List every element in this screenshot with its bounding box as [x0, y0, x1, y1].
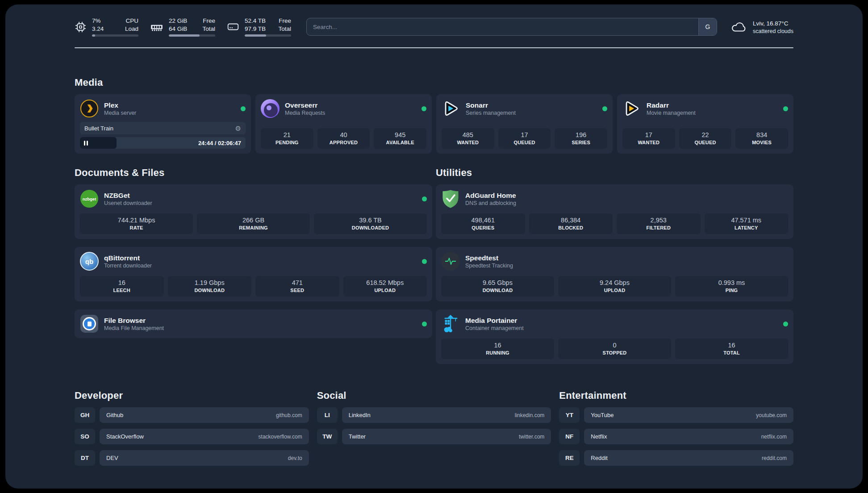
- app-card-speedtest: Speedtest Speedtest Tracking 9.65 GbpsDO…: [436, 247, 793, 301]
- qbittorrent-stats: 16LEECH 1.19 GbpsDOWNLOAD 471SEED 618.52…: [80, 276, 427, 297]
- stat-queued: 17QUEUED: [498, 128, 551, 149]
- app-description: Series management: [466, 110, 516, 116]
- section-social: Social LI LinkedInlinkedin.com TW Twitte…: [317, 390, 551, 450]
- pause-icon[interactable]: [84, 141, 88, 146]
- radarr-link[interactable]: Radarr Movie management: [622, 99, 788, 118]
- dashboard-page: 7%3.24 CPULoad 22 GiB64 GiB FreeTotal: [5, 4, 863, 489]
- disk-icon: [227, 21, 239, 33]
- stat-seed: 471SEED: [255, 276, 339, 297]
- plex-icon: [80, 100, 98, 117]
- app-description: Media File Management: [104, 325, 164, 331]
- app-description: Container management: [465, 325, 524, 331]
- stat-movies: 834MOVIES: [735, 128, 788, 149]
- bookmark-domain: netflix.com: [761, 434, 787, 440]
- stat-rate: 744.21 MbpsRATE: [80, 213, 193, 234]
- app-name: Plex: [104, 101, 136, 109]
- cpu-load-value: 3.24: [92, 25, 114, 33]
- bookmark-netflix[interactable]: NF Netflixnetflix.com: [559, 429, 793, 444]
- bookmark-domain: twitter.com: [519, 434, 544, 440]
- bookmark-domain: github.com: [276, 412, 302, 418]
- status-online-dot: [783, 322, 788, 326]
- bookmark-abbr: NF: [559, 429, 580, 444]
- nzbget-stats: 744.21 MbpsRATE 266 GBREMAINING 39.6 TBD…: [80, 213, 427, 234]
- header-divider: [75, 47, 793, 48]
- speedtest-icon: [441, 252, 460, 271]
- app-card-sonarr: Sonarr Series management 485WANTED 17QUE…: [436, 94, 613, 154]
- bookmark-github[interactable]: GH Githubgithub.com: [75, 407, 309, 423]
- stat-blocked: 86,384BLOCKED: [529, 213, 613, 234]
- now-playing-title: Bullet Train: [84, 125, 113, 132]
- nzbget-link[interactable]: nzbget NZBGet Usenet downloader: [80, 189, 427, 208]
- status-online-dot: [421, 106, 426, 111]
- section-utilities: Utilities AdGuard Home: [436, 167, 793, 364]
- free-label: Free: [198, 17, 215, 25]
- app-name: Media Portainer: [465, 317, 524, 325]
- qbittorrent-link[interactable]: qb qBittorrent Torrent downloader: [80, 252, 427, 271]
- app-name: Overseerr: [285, 101, 325, 109]
- adguard-link[interactable]: AdGuard Home DNS and adblocking: [441, 189, 788, 208]
- bookmark-domain: dev.to: [288, 455, 302, 461]
- app-description: Media Requests: [285, 110, 325, 116]
- overseerr-stats: 21PENDING 40APPROVED 945AVAILABLE: [261, 128, 426, 149]
- cloud-icon: [730, 20, 747, 33]
- section-media: Media Plex Media server Bullet Train ⚙: [75, 77, 793, 154]
- disk-progress-bar: [245, 34, 291, 37]
- qbittorrent-icon: qb: [80, 252, 99, 271]
- section-entertainment: Entertainment YT YouTubeyoutube.com NF N…: [559, 390, 793, 472]
- cpu-usage-value: 7%: [92, 17, 114, 25]
- status-online-dot: [783, 106, 788, 111]
- stat-wanted: 17WANTED: [622, 128, 675, 149]
- filebrowser-icon: [80, 315, 98, 333]
- section-developer: Developer GH Githubgithub.com SO StackOv…: [75, 390, 309, 472]
- bookmark-domain: youtube.com: [756, 412, 787, 418]
- disk-resource-widget: 52.4 TB97.9 TB FreeTotal: [227, 17, 291, 37]
- app-name: NZBGet: [104, 192, 152, 200]
- bookmark-name: Reddit: [591, 455, 608, 461]
- app-card-filebrowser: File Browser Media File Management: [75, 309, 432, 338]
- nzbget-icon: nzbget: [80, 190, 98, 208]
- bookmark-dev[interactable]: DT DEVdev.to: [75, 450, 309, 466]
- radarr-icon: [622, 99, 641, 118]
- memory-progress-bar: [169, 34, 215, 37]
- free-label: Free: [274, 17, 291, 25]
- app-card-adguard: AdGuard Home DNS and adblocking 498,461Q…: [436, 184, 793, 239]
- search-bar: G: [306, 18, 717, 36]
- bookmark-stackoverflow[interactable]: SO StackOverflowstackoverflow.com: [75, 429, 309, 444]
- stat-download: 1.19 GbpsDOWNLOAD: [168, 276, 252, 297]
- radarr-stats: 17WANTED 22QUEUED 834MOVIES: [622, 128, 788, 149]
- app-card-radarr: Radarr Movie management 17WANTED 22QUEUE…: [617, 94, 793, 154]
- app-card-qbittorrent: qb qBittorrent Torrent downloader 16LEEC…: [75, 247, 432, 301]
- bookmark-linkedin[interactable]: LI LinkedInlinkedin.com: [317, 407, 551, 423]
- app-description: Media server: [104, 110, 136, 116]
- bookmark-reddit[interactable]: RE Redditreddit.com: [559, 450, 793, 466]
- cpu-label: CPU: [121, 17, 138, 25]
- section-documents: Documents & Files nzbget NZBGet Usenet d…: [75, 167, 432, 364]
- section-title-documents: Documents & Files: [75, 167, 432, 179]
- total-label: Total: [198, 25, 215, 33]
- plex-link[interactable]: Plex Media server: [80, 99, 246, 118]
- speedtest-link[interactable]: Speedtest Speedtest Tracking: [441, 252, 788, 271]
- search-input[interactable]: [307, 24, 698, 30]
- portainer-link[interactable]: Media Portainer Container management: [441, 314, 788, 333]
- stat-stopped: 0STOPPED: [558, 338, 671, 359]
- status-online-dot: [422, 322, 427, 326]
- overseerr-link[interactable]: Overseerr Media Requests: [261, 99, 426, 118]
- gear-icon[interactable]: ⚙: [235, 125, 241, 132]
- app-card-portainer: Media Portainer Container management 16R…: [436, 309, 793, 364]
- now-playing-row: Bullet Train ⚙: [80, 122, 246, 134]
- top-bar: 7%3.24 CPULoad 22 GiB64 GiB FreeTotal: [75, 17, 793, 37]
- weather-condition: scattered clouds: [753, 28, 793, 34]
- bookmark-domain: linkedin.com: [515, 412, 545, 418]
- bookmark-twitter[interactable]: TW Twittertwitter.com: [317, 429, 551, 444]
- status-online-dot: [241, 106, 246, 111]
- bookmark-youtube[interactable]: YT YouTubeyoutube.com: [559, 407, 793, 423]
- stat-upload: 9.24 GbpsUPLOAD: [558, 276, 671, 297]
- bookmark-name: Netflix: [591, 433, 607, 440]
- app-name: File Browser: [104, 317, 164, 325]
- filebrowser-link[interactable]: File Browser Media File Management: [80, 314, 427, 333]
- sonarr-link[interactable]: Sonarr Series management: [442, 99, 607, 118]
- search-provider-button[interactable]: G: [698, 18, 717, 35]
- speedtest-stats: 9.65 GbpsDOWNLOAD 9.24 GbpsUPLOAD 0.993 …: [441, 276, 788, 297]
- playback-progress-bar: 24:44 / 02:06:47: [80, 137, 246, 149]
- portainer-icon: [441, 314, 460, 333]
